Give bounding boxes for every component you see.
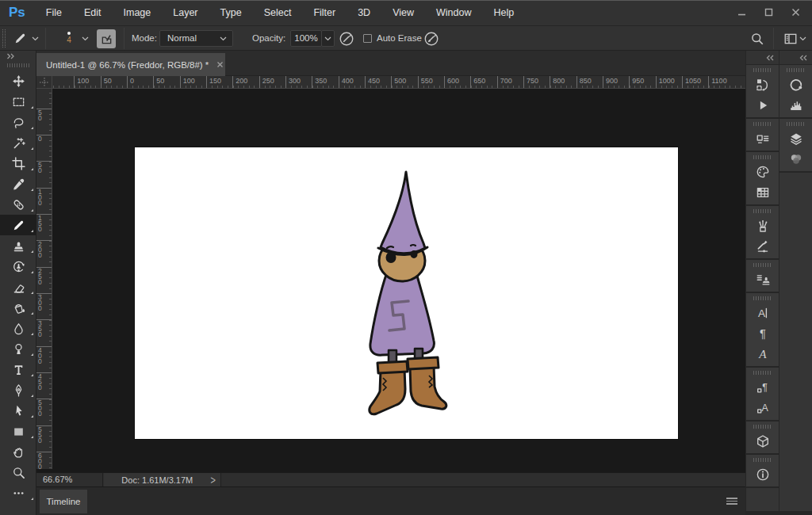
menu-image[interactable]: Image xyxy=(113,0,163,26)
dodge-tool[interactable] xyxy=(0,338,36,359)
path-selection-tool[interactable] xyxy=(0,400,36,421)
character-panel-button[interactable]: A xyxy=(746,303,779,323)
document-size-status[interactable]: Doc: 1.61M/3.17M > xyxy=(104,473,221,487)
search-button[interactable] xyxy=(749,30,765,47)
edit-toolbar-tool[interactable] xyxy=(0,483,36,503)
pencil-tool[interactable] xyxy=(0,215,36,235)
menu-file[interactable]: File xyxy=(35,0,73,26)
clone-stamp-tool[interactable] xyxy=(0,235,36,256)
zoom-level-field[interactable]: 66.67% xyxy=(36,473,103,487)
glyphs-panel-icon: A xyxy=(756,347,770,361)
layers-panel-button[interactable] xyxy=(779,128,812,149)
close-window-button[interactable] xyxy=(782,0,809,24)
panel-group-grip[interactable] xyxy=(787,68,806,72)
menu-select[interactable]: Select xyxy=(253,0,303,26)
options-bar-grip[interactable] xyxy=(2,29,6,48)
tab-close-icon[interactable] xyxy=(216,61,224,68)
menu-type[interactable]: Type xyxy=(209,0,253,26)
panel-group-grip[interactable] xyxy=(753,371,772,375)
workspace-switcher-button[interactable] xyxy=(782,30,799,47)
actions-panel-button[interactable] xyxy=(746,95,779,116)
maximize-window-button[interactable] xyxy=(755,0,782,24)
toolbar-grip[interactable] xyxy=(7,63,29,67)
opacity-dropdown-button[interactable] xyxy=(321,30,335,47)
panel-group-grip[interactable] xyxy=(753,209,772,213)
tool-preset-chevron-icon[interactable] xyxy=(32,36,39,41)
dock-collapse-button[interactable] xyxy=(779,51,812,64)
paint-bucket-tool[interactable] xyxy=(0,297,36,318)
vertical-ruler[interactable]: 50050100150200250300350400450500550600 xyxy=(36,89,52,469)
auto-erase-checkbox[interactable] xyxy=(363,34,372,43)
menu-view[interactable]: View xyxy=(381,0,425,26)
panel-group-grip[interactable] xyxy=(753,122,772,126)
channels-panel-button[interactable] xyxy=(779,149,812,170)
panel-group-grip[interactable] xyxy=(753,296,772,300)
color-panel-button[interactable] xyxy=(746,162,779,182)
panel-group-grip[interactable] xyxy=(753,425,772,429)
magic-wand-tool[interactable] xyxy=(0,132,36,153)
libraries-panel-button[interactable] xyxy=(746,128,779,149)
move-tool[interactable] xyxy=(0,71,36,91)
timeline-panel-menu-icon[interactable] xyxy=(726,498,737,505)
crop-tool[interactable] xyxy=(0,153,36,174)
status-popup-chevron-icon[interactable]: > xyxy=(211,475,220,486)
spot-healing-brush-tool[interactable] xyxy=(0,194,36,215)
navigator-panel-icon xyxy=(789,78,803,92)
opacity-value-field[interactable]: 100% xyxy=(290,30,322,47)
pressure-size-button[interactable] xyxy=(423,30,439,47)
horizontal-ruler[interactable]: 1005005010015020025030035040045050055060… xyxy=(52,76,745,89)
zoom-tool[interactable] xyxy=(0,462,36,483)
swatches-panel-button[interactable] xyxy=(746,182,779,203)
character-panel-icon: A xyxy=(756,306,770,320)
mode-dropdown[interactable]: Normal xyxy=(159,30,233,47)
eyedropper-tool[interactable] xyxy=(0,174,36,194)
brushes-panel-button[interactable] xyxy=(746,216,779,236)
clone-source-panel-button[interactable] xyxy=(746,269,779,290)
lasso-tool[interactable] xyxy=(0,112,36,132)
toolbar-collapse-button[interactable] xyxy=(0,51,36,61)
opacity-dropdown-chevron-icon xyxy=(324,36,331,41)
panel-group-grip[interactable] xyxy=(753,68,772,72)
type-tool[interactable] xyxy=(0,359,36,380)
history-brush-tool[interactable] xyxy=(0,256,36,277)
info-panel-button[interactable] xyxy=(746,464,779,485)
toggle-brush-settings-panel-button[interactable] xyxy=(97,29,116,48)
panel-group-grip[interactable] xyxy=(753,458,772,462)
timeline-tab[interactable]: Timeline xyxy=(40,490,87,513)
paragraph-styles-panel-button[interactable]: ¶ xyxy=(746,377,779,398)
blur-tool[interactable] xyxy=(0,318,36,338)
workspace-chevron-icon[interactable] xyxy=(799,36,806,41)
3d-panel-button[interactable] xyxy=(746,431,779,452)
menu-help[interactable]: Help xyxy=(483,0,526,26)
brush-picker-chevron-icon[interactable] xyxy=(82,36,89,41)
rectangle-tool[interactable] xyxy=(0,421,36,441)
glyphs-panel-button[interactable]: A xyxy=(746,344,779,364)
paragraph-panel-button[interactable]: ¶ xyxy=(746,323,779,344)
panel-group-grip[interactable] xyxy=(787,122,806,126)
panel-group-grip[interactable] xyxy=(753,155,772,159)
rectangular-marquee-tool[interactable] xyxy=(0,91,36,112)
brush-preset-picker[interactable]: 4 xyxy=(60,29,78,48)
minimize-window-button[interactable] xyxy=(728,0,755,24)
panel-group-grip[interactable] xyxy=(753,263,772,267)
hand-tool[interactable] xyxy=(0,441,36,462)
pen-tool[interactable] xyxy=(0,380,36,400)
dock-collapse-button[interactable] xyxy=(746,51,779,64)
menu-edit[interactable]: Edit xyxy=(73,0,113,26)
brush-settings-panel-button[interactable] xyxy=(746,236,779,257)
menu-layer[interactable]: Layer xyxy=(162,0,209,26)
eraser-tool[interactable] xyxy=(0,277,36,297)
pressure-opacity-button[interactable] xyxy=(338,30,354,47)
menu-window[interactable]: Window xyxy=(425,0,482,26)
menu-filter[interactable]: Filter xyxy=(302,0,347,26)
ruler-origin-corner[interactable] xyxy=(36,76,52,89)
histogram-panel-button[interactable] xyxy=(779,95,812,116)
document-tab[interactable]: Untitled-1 @ 66.7% (Freddor, RGB/8#) * xyxy=(36,53,225,76)
menu-3d[interactable]: 3D xyxy=(347,0,381,26)
pencil-tool-preset-icon[interactable] xyxy=(13,32,27,45)
history-panel-button[interactable] xyxy=(746,74,779,95)
navigator-panel-button[interactable] xyxy=(779,74,812,95)
canvas[interactable] xyxy=(135,147,678,439)
h-ruler-label: 350 xyxy=(312,76,327,89)
character-styles-panel-button[interactable]: A xyxy=(746,398,779,418)
